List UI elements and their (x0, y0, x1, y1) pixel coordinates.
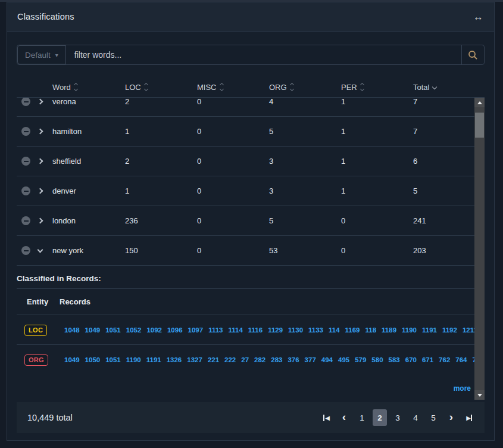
record-link[interactable]: 671 (422, 356, 433, 363)
scroll-up-icon (477, 101, 482, 104)
record-link[interactable]: 1092 (146, 326, 162, 334)
record-link[interactable]: 222 (224, 356, 236, 363)
record-link[interactable]: 1190 (402, 326, 417, 334)
record-link[interactable]: 1096 (167, 326, 183, 334)
filter-bar: Default ▾ (17, 45, 485, 65)
record-link[interactable]: 1050 (85, 356, 101, 363)
table-row[interactable]: denver 1 0 3 1 5 (17, 176, 474, 206)
page-button-3[interactable]: 3 (390, 409, 405, 426)
record-link[interactable]: 494 (321, 356, 333, 363)
page-button-1[interactable]: 1 (355, 409, 369, 426)
record-link[interactable]: 670 (405, 356, 417, 363)
table-row[interactable]: verona 2 0 4 1 7 (17, 97, 474, 117)
previous-page-button[interactable]: ‹ (337, 409, 351, 426)
filter-words-input[interactable] (66, 45, 461, 64)
misc-cell: 0 (197, 127, 269, 136)
record-link[interactable]: 1191 (422, 326, 437, 334)
chevron-right-icon[interactable] (38, 218, 43, 224)
record-link[interactable]: 579 (355, 356, 366, 363)
search-button[interactable] (461, 45, 484, 64)
pagination: ◀ ‹ 1 2 3 4 5 › ▶ (319, 409, 476, 426)
record-link[interactable]: 1116 (248, 326, 263, 334)
record-link[interactable]: 1192 (442, 326, 457, 334)
minus-circle-icon[interactable] (21, 127, 30, 136)
record-link[interactable]: 1048 (64, 326, 80, 334)
record-link[interactable]: 377 (305, 356, 316, 363)
record-link[interactable]: 282 (254, 356, 265, 363)
entity-column-header: Entity (17, 297, 60, 306)
record-link[interactable]: 1169 (345, 326, 360, 334)
record-link[interactable]: 1051 (105, 326, 121, 334)
record-link[interactable]: 114 (329, 326, 340, 334)
table-scroll-area: verona 2 0 4 1 7 hamilton 1 0 5 1 7 shef… (17, 97, 485, 400)
minus-circle-icon[interactable] (21, 216, 30, 225)
record-link[interactable]: 221 (208, 356, 219, 363)
vertical-scrollbar[interactable] (474, 98, 485, 400)
column-header-misc[interactable]: MISC (197, 83, 269, 92)
record-link[interactable]: 1051 (105, 356, 121, 363)
minus-circle-icon[interactable] (21, 246, 30, 255)
next-page-button[interactable]: › (444, 409, 458, 426)
column-header-per[interactable]: PER (341, 83, 413, 92)
record-link[interactable]: 762 (439, 356, 450, 363)
minus-circle-icon[interactable] (21, 186, 30, 195)
record-link[interactable]: 1326 (167, 356, 182, 363)
scrollbar-thumb[interactable] (475, 113, 484, 138)
record-link[interactable]: 1191 (146, 356, 161, 363)
column-header-loc[interactable]: LOC (125, 83, 197, 92)
record-link[interactable]: 1049 (64, 356, 80, 363)
record-link[interactable]: 1130 (288, 326, 303, 334)
record-link[interactable]: 1114 (228, 326, 242, 334)
record-link[interactable]: 283 (271, 356, 282, 363)
record-link[interactable]: 1190 (126, 356, 141, 363)
more-row: more (17, 375, 474, 399)
resize-horizontal-icon[interactable]: ↔ (473, 12, 483, 22)
scroll-down-button[interactable] (474, 390, 485, 400)
record-link[interactable]: 1052 (126, 326, 142, 334)
org-cell: 4 (269, 97, 341, 106)
page-button-5[interactable]: 5 (426, 409, 440, 426)
org-cell: 5 (269, 127, 341, 136)
last-page-button[interactable]: ▶ (462, 409, 476, 426)
total-cell: 7 (413, 97, 474, 106)
column-header-org[interactable]: ORG (269, 83, 341, 92)
column-header-word[interactable]: Word (52, 83, 125, 92)
table-row-expanded[interactable]: new york 150 0 53 0 203 (17, 236, 474, 266)
record-link[interactable]: 580 (371, 356, 383, 363)
record-link[interactable]: 376 (288, 356, 299, 363)
record-link[interactable]: 1327 (187, 356, 202, 363)
chevron-right-icon[interactable] (38, 188, 43, 194)
chevron-right-icon[interactable] (38, 99, 43, 105)
first-page-button[interactable]: ◀ (319, 409, 333, 426)
page-button-2-active[interactable]: 2 (373, 409, 387, 426)
table-footer: 10,449 total ◀ ‹ 1 2 3 4 5 › ▶ (17, 402, 485, 433)
minus-circle-icon[interactable] (21, 97, 30, 106)
chevron-down-icon[interactable] (38, 247, 43, 253)
record-link[interactable]: 764 (455, 356, 467, 363)
record-link[interactable]: 1097 (188, 326, 204, 334)
record-link[interactable]: 1049 (85, 326, 101, 334)
record-link[interactable]: 1211 (463, 326, 474, 334)
record-link[interactable]: 27 (241, 356, 249, 363)
minus-circle-icon[interactable] (21, 157, 30, 166)
record-link[interactable]: 495 (338, 356, 349, 363)
record-link[interactable]: 1189 (382, 326, 396, 334)
column-header-total[interactable]: Total (413, 83, 485, 92)
chevron-right-icon[interactable] (38, 158, 43, 164)
scroll-up-button[interactable] (474, 98, 485, 107)
record-link[interactable]: 1113 (208, 326, 223, 334)
record-link[interactable]: 1129 (268, 326, 283, 334)
record-link[interactable]: 118 (365, 326, 377, 334)
record-link[interactable]: 1133 (308, 326, 323, 334)
table-row[interactable]: london 236 0 5 0 241 (17, 206, 474, 236)
word-cell: denver (52, 186, 125, 195)
more-link[interactable]: more (454, 384, 471, 393)
table-row[interactable]: hamilton 1 0 5 1 7 (17, 117, 474, 147)
record-link[interactable]: 583 (389, 356, 400, 363)
chevron-right-icon[interactable] (38, 129, 43, 135)
page-button-4[interactable]: 4 (408, 409, 423, 426)
filter-type-dropdown[interactable]: Default ▾ (17, 45, 66, 64)
sort-icon (290, 83, 293, 91)
column-label: LOC (125, 83, 141, 92)
table-row[interactable]: sheffield 2 0 3 1 6 (17, 147, 474, 176)
